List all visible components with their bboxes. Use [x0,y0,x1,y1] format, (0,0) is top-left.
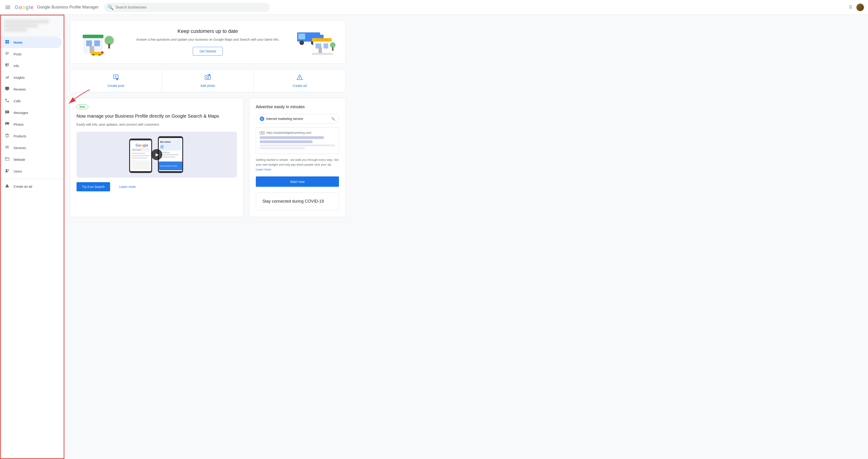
svg-text:+: + [209,74,210,76]
feature-actions: Try it on Search Learn more [76,182,237,191]
ad-card-title: Advertise easily in minutes [256,104,339,109]
new-badge: New [76,104,88,109]
ad-learn-more-link[interactable]: Learn more [256,168,271,171]
business-detail-2-blurred [4,28,27,31]
sidebar-item-services-label: Services [13,146,26,150]
sidebar-item-users[interactable]: Users [1,166,62,177]
sidebar-item-services[interactable]: Services [1,142,62,154]
svg-rect-27 [5,148,9,149]
sidebar-item-info-label: Info [13,64,19,68]
sidebar-item-messages[interactable]: Messages [1,107,62,118]
svg-text:Google: Google [135,143,148,147]
sidebar-item-website[interactable]: Website [1,154,62,165]
svg-rect-79 [131,157,148,159]
svg-rect-5 [5,53,9,54]
add-photo-label: Add photo [200,84,215,88]
sidebar-item-home-label: Home [13,41,23,44]
svg-rect-4 [5,52,9,53]
home-icon [4,39,10,45]
svg-rect-78 [131,155,150,156]
svg-rect-42 [91,52,102,55]
svg-point-48 [300,40,304,45]
search-input[interactable] [115,5,266,9]
svg-rect-10 [5,65,9,66]
sidebar-item-calls[interactable]: Calls [1,95,62,107]
create-post-action[interactable]: + Create post [70,69,162,92]
sidebar-item-reviews-label: Reviews [13,88,26,91]
sidebar-item-calls-label: Calls [13,99,21,103]
svg-rect-1 [7,40,9,42]
get-started-button[interactable]: Get Started [193,47,223,56]
feature-card: New Now manage your Business Profile dir… [70,98,244,217]
ad-result-box: Ad https://earlybirddigitalmarketing.com… [256,127,339,154]
svg-point-31 [6,158,7,158]
sidebar-item-insights[interactable]: Insights [1,72,62,83]
banner-center: Keep customers up to date Answer a few q… [121,28,295,55]
insights-icon [4,75,10,80]
svg-rect-3 [7,42,9,44]
ad-desc-bar-2 [260,147,305,149]
svg-point-21 [6,123,7,124]
create-ad-action-icon [297,74,303,82]
google-logo: Google [15,4,33,10]
banner-title: Keep customers up to date [128,28,287,34]
sidebar-item-reviews[interactable]: Reviews [1,84,62,95]
logo-o2: o [22,4,25,10]
play-button[interactable] [151,149,162,160]
ad-headline-bar-2 [260,140,313,143]
svg-rect-6 [5,54,8,55]
sidebar-item-info[interactable]: Info [1,60,62,71]
main-layout: Home Posts Info Insights [0,15,868,459]
svg-rect-47 [298,34,305,39]
sidebar-item-posts[interactable]: Posts [1,48,62,60]
feature-description: Easily edit info, post updates, and conn… [76,122,237,127]
app-title: Google Business Profile Manager [37,5,99,10]
avatar[interactable] [856,3,864,11]
start-now-button[interactable]: Start now [256,176,339,187]
search-icon: 🔍 [108,5,114,10]
svg-point-32 [6,169,7,171]
reviews-icon [4,87,10,92]
business-name-section [1,15,64,36]
create-ad-action[interactable]: Create ad [254,69,345,92]
ad-search-text: Internet marketing service [266,117,329,121]
svg-rect-59 [332,47,334,51]
svg-rect-8 [7,64,9,64]
sidebar-item-create-ad[interactable]: Create an ad [1,181,62,192]
business-detail-1-blurred [4,24,38,27]
learn-more-button[interactable]: Learn more [114,182,141,191]
logo-g2: g [26,4,29,10]
add-photo-action[interactable]: + Add photo [162,69,254,92]
logo-o1: o [19,4,22,10]
svg-text:+: + [117,78,118,80]
svg-rect-28 [5,157,9,160]
banner-description: Answer a few questions and update your b… [128,37,287,42]
ad-search-icon: 🔍 [331,117,335,121]
svg-rect-38 [94,40,100,46]
sidebar-item-photos[interactable]: Photos [1,119,62,130]
sidebar-item-website-label: Website [13,158,25,162]
svg-rect-0 [5,40,7,42]
sidebar-item-home[interactable]: Home [1,37,62,48]
create-ad-icon [4,184,10,189]
svg-text:Your Business Profile: Your Business Profile [160,165,177,167]
svg-rect-53 [317,39,328,40]
svg-rect-2 [5,42,7,44]
photos-icon [4,122,10,127]
users-icon [4,168,10,174]
svg-text:Mo's Diner: Mo's Diner [132,149,141,151]
svg-rect-80 [131,160,150,169]
svg-rect-17 [5,110,9,113]
svg-rect-26 [5,147,9,147]
svg-rect-13 [7,76,7,78]
main-inner: Keep customers up to date Answer a few q… [70,20,346,217]
sidebar-item-products[interactable]: Products [1,130,62,142]
menu-icon[interactable] [4,3,12,12]
svg-rect-36 [83,35,103,38]
quick-actions-bar: + Create post + Add photo Create ad [70,69,346,92]
apps-icon[interactable]: ⠿ [847,3,854,12]
svg-rect-37 [86,40,92,46]
svg-rect-41 [108,44,110,48]
try-on-search-button[interactable]: Try it on Search [76,182,110,191]
search-bar[interactable]: 🔍 [104,3,270,12]
